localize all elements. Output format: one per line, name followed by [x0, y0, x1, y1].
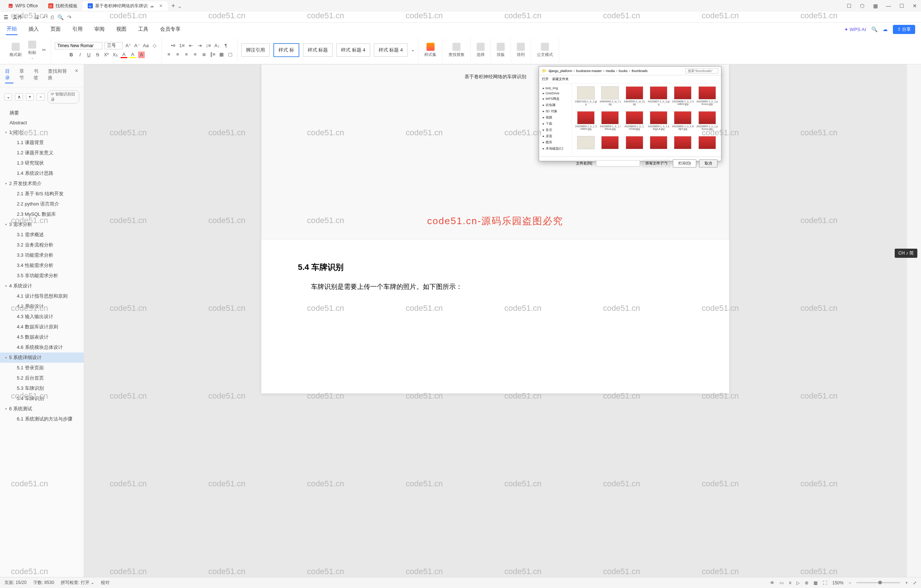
folder-tree-item[interactable]: ▸ OneDrive	[541, 91, 570, 96]
indent-dec-icon[interactable]: ⇤	[187, 42, 194, 49]
thumbnail-item[interactable]: 24045592-2_w_7.jpg	[599, 86, 621, 109]
focus-icon[interactable]: ⛶	[823, 580, 827, 585]
folder-tree-item[interactable]: ▸ 本地磁盘(C)	[541, 145, 570, 152]
ribbon-tab-insert[interactable]: 插入	[28, 24, 39, 35]
breadcrumb[interactable]: django_platform›bookstore-master›media›b…	[548, 69, 648, 73]
toc-item[interactable]: ▾1 绪论	[0, 127, 84, 137]
subscript-icon[interactable]: X₂	[112, 52, 119, 58]
smart-toc-button[interactable]: ⟳ 智能识别目录	[47, 90, 79, 104]
folder-tree-item[interactable]: ▸ 桌面	[541, 133, 570, 139]
toc-item[interactable]: 4.5 数据表设计	[0, 332, 84, 342]
thumbnail-item[interactable]: 24228859-1_b_1.sKqyLA.jpg	[648, 111, 670, 134]
style-title[interactable]: 样式 标题	[303, 44, 333, 57]
style-more-icon[interactable]: ⌄	[411, 47, 415, 52]
hamburger-icon[interactable]: ☰	[4, 14, 8, 20]
cloud-icon[interactable]: ☁	[883, 26, 888, 32]
toc-item[interactable]: Abstract	[0, 118, 84, 127]
superscript-icon[interactable]: X²	[103, 52, 110, 58]
sidebar-tab-find[interactable]: 查找和替换	[48, 68, 69, 83]
layout-button[interactable]: 排版	[495, 42, 507, 58]
toc-item[interactable]: 1.1 课题背景	[0, 137, 84, 148]
close-icon[interactable]: ✕	[75, 68, 78, 83]
thumbnail-item[interactable]	[648, 136, 670, 153]
thumbnail-item[interactable]: 24228859-1_b_1.pKccvu.jpg	[696, 111, 718, 134]
sidebar-tab-chapter[interactable]: 章节	[20, 68, 28, 83]
toc-item[interactable]: 4.4 数据库设计原则	[0, 322, 84, 332]
toc-item[interactable]: 1.3 研究现状	[0, 158, 84, 168]
web-layout-icon[interactable]: ⊕	[805, 580, 809, 585]
folder-tree-item[interactable]: ▸ 3D 对象	[541, 108, 570, 114]
style-footnote[interactable]: 脚注引用	[241, 44, 270, 57]
clear-format-icon[interactable]: ◇	[151, 42, 158, 49]
ribbon-tab-page[interactable]: 页面	[50, 24, 62, 35]
toc-item[interactable]: 6.1 系统测试的方法与步骤	[0, 414, 84, 424]
show-marks-icon[interactable]: ¶	[223, 42, 229, 49]
thumbnail-item[interactable]	[623, 136, 646, 153]
ribbon-tab-member[interactable]: 会员专享	[159, 24, 181, 35]
folder-tree-item[interactable]: ▸ 视频	[541, 114, 570, 121]
wps-ai-button[interactable]: ✦ WPS AI	[844, 27, 866, 32]
outline-view-icon[interactable]: ≡	[789, 580, 791, 585]
cancel-button[interactable]: 取消	[699, 160, 718, 168]
save-icon[interactable]: 🖫	[34, 14, 39, 20]
fullscreen-icon[interactable]: ⤢	[913, 580, 917, 585]
numbering-icon[interactable]: 1≡	[179, 42, 185, 49]
zoom-out-button[interactable]: −	[849, 580, 851, 585]
thumbnail-item[interactable]: 24045593-1_w_5.jpg	[623, 86, 646, 109]
font-color-icon[interactable]: A	[120, 52, 127, 58]
ribbon-tab-view[interactable]: 视图	[116, 24, 127, 35]
indent-inc-icon[interactable]: ⇥	[196, 42, 203, 49]
toc-item[interactable]: ▾3 需求分析	[0, 220, 84, 230]
filename-input[interactable]	[596, 160, 640, 166]
toc-item[interactable]: 3.3 功能需求分析	[0, 250, 84, 261]
preview-icon[interactable]: 🔍	[57, 14, 63, 20]
bold-icon[interactable]: B	[68, 52, 75, 58]
spellcheck-status[interactable]: 拼写检查: 打开 ⌄	[61, 580, 94, 586]
thumbnail-item[interactable]	[672, 136, 694, 153]
filter-select[interactable]: 所有文件 (*.*)	[643, 160, 670, 167]
toc-item[interactable]: 5.4 车牌识别	[0, 393, 84, 404]
close-icon[interactable]: ✕	[159, 3, 163, 8]
toc-item[interactable]: ▾6 系统测试	[0, 404, 84, 414]
italic-icon[interactable]: I	[77, 52, 83, 58]
thumbnail-item[interactable]: 24228859-1_b_1.3mt0rH.jpg	[575, 111, 597, 134]
thumbnail-item[interactable]: 24228859-1_b_1.AklpT.jpg	[672, 111, 694, 134]
play-icon[interactable]: ▷	[796, 580, 800, 585]
search-input[interactable]	[685, 68, 718, 73]
shading-icon[interactable]: ▦	[218, 51, 225, 58]
redo-icon[interactable]: ↷	[67, 14, 72, 20]
app-tab-template[interactable]: D 找稻壳模板	[43, 2, 83, 11]
toc-item[interactable]: 2.2 python 语言简介	[0, 199, 84, 209]
toc-item[interactable]: ▾5 系统详细设计	[0, 352, 84, 363]
toc-item[interactable]: 4.2 界面设计	[0, 301, 84, 311]
ime-badge[interactable]: CH ♪ 简	[895, 249, 917, 258]
toc-item[interactable]: 3.2 业务流程分析	[0, 240, 84, 250]
toc-item[interactable]: 2.1 基于 B/S 结构开发	[0, 189, 84, 199]
thumbnail-item[interactable]: 24228857-1_b_2.jpg	[648, 86, 670, 109]
toc-item[interactable]: ▾2 开发技术简介	[0, 178, 84, 189]
line-height-icon[interactable]: ‖≡	[210, 51, 216, 58]
thumbnail-item[interactable]: 24228858-1_b_1.3mt0rH.jpg	[672, 86, 694, 109]
app-icon[interactable]: ☐	[846, 3, 852, 9]
toc-item[interactable]: 3.5 非功能需求分析	[0, 270, 84, 281]
ribbon-tab-tools[interactable]: 工具	[137, 24, 149, 35]
styleset-button[interactable]: 样式集	[422, 42, 439, 58]
ribbon-tab-reference[interactable]: 引用	[72, 24, 83, 35]
ribbon-tab-start[interactable]: 开始	[6, 23, 18, 35]
zoom-value[interactable]: 150%	[832, 580, 843, 585]
select-button[interactable]: 选择	[474, 42, 487, 58]
folder-tree-item[interactable]: ▸ 音乐	[541, 127, 570, 133]
linespacing-icon[interactable]: ↕≡	[205, 42, 212, 49]
open-button[interactable]: 打开(O)	[673, 160, 696, 168]
toc-item[interactable]: 5.1 登录页面	[0, 363, 84, 373]
app-tab-document[interactable]: W 基于卷积神经网络的车牌识 ☁ ✕	[83, 2, 168, 11]
folder-tree-item[interactable]: ▸ 图库	[541, 139, 570, 145]
add-tab-button[interactable]: +	[171, 2, 176, 10]
thumbnail-item[interactable]	[599, 136, 621, 153]
ribbon-tab-review[interactable]: 审阅	[94, 24, 105, 35]
maximize-icon[interactable]: ☐	[898, 3, 905, 9]
thumbnail-item[interactable]: 24228859-1_b_1.mTwGjpg	[623, 111, 646, 134]
file-menu[interactable]: 文件 ⌄	[10, 13, 29, 21]
format-brush-button[interactable]: 格式刷	[7, 42, 24, 58]
thumbnail-item[interactable]	[575, 136, 597, 153]
